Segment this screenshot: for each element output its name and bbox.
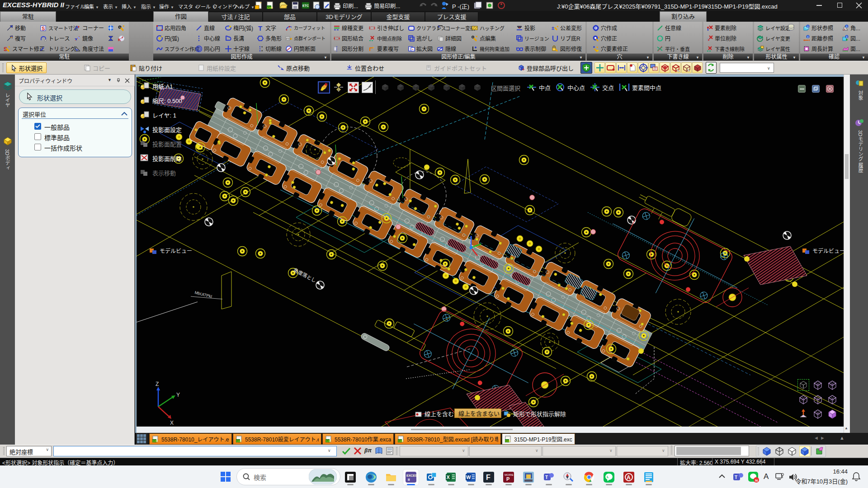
svg-text:W: W <box>466 474 471 480</box>
svg-text:+: + <box>522 67 524 71</box>
svg-text:A: A <box>627 474 631 481</box>
svg-text:±: ± <box>552 25 554 31</box>
svg-text:F: F <box>486 474 491 481</box>
svg-text:T: T <box>258 24 262 32</box>
svg-text:S: S <box>42 26 45 31</box>
svg-text:CAD: CAD <box>326 440 331 442</box>
svg-text:+: + <box>281 67 283 71</box>
svg-text:X: X <box>447 474 450 480</box>
svg-text:ETC: ETC <box>302 4 309 7</box>
svg-text:Z: Z <box>156 381 159 387</box>
svg-text:K: K <box>118 38 121 42</box>
svg-text:II: II <box>408 478 410 482</box>
svg-text:+: + <box>412 47 414 52</box>
svg-text:Y: Y <box>176 392 180 398</box>
svg-text:CAD: CAD <box>505 440 511 442</box>
svg-text:i: i <box>807 25 808 28</box>
svg-text:X: X <box>170 420 174 426</box>
svg-text:T: T <box>545 475 548 480</box>
svg-text:P: P <box>506 476 509 482</box>
svg-text:CAD: CAD <box>236 440 242 442</box>
svg-text:N: N <box>755 479 758 483</box>
svg-text:EXCESS: EXCESS <box>406 474 417 477</box>
svg-text:i: i <box>807 35 808 38</box>
svg-text:CAD: CAD <box>267 6 273 9</box>
svg-text:+: + <box>10 35 13 39</box>
svg-text:T: T <box>735 475 737 480</box>
svg-text:i: i <box>846 35 847 38</box>
svg-text:CAD: CAD <box>398 440 404 442</box>
svg-text:CAD: CAD <box>153 440 158 442</box>
svg-text:i: i <box>846 25 847 28</box>
svg-text:+: + <box>372 46 374 50</box>
svg-text:L: L <box>607 475 609 479</box>
